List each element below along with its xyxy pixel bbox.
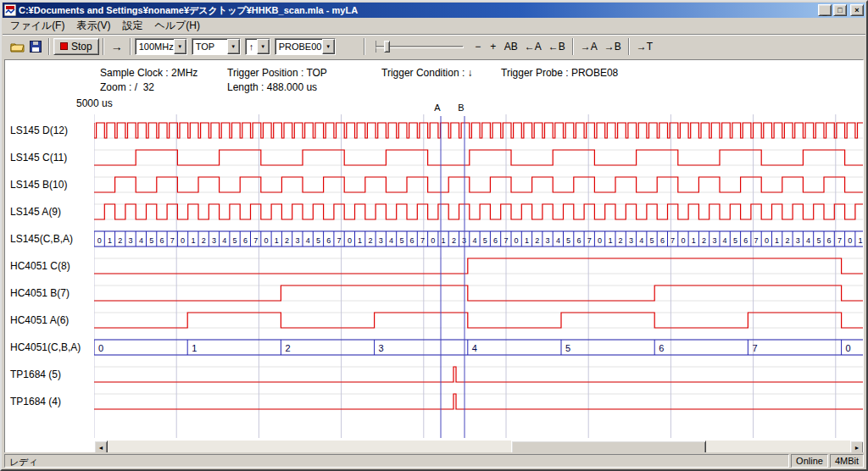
chevron-down-icon[interactable]: ▼ [174, 39, 186, 54]
toolbar-separator [572, 38, 574, 55]
toolbar-separator [130, 38, 131, 55]
svg-text:0: 0 [846, 343, 851, 353]
save-floppy-icon [30, 41, 42, 53]
probe-combo[interactable]: PROBE00 ▼ [275, 38, 336, 55]
svg-text:3: 3 [379, 236, 383, 245]
menu-help[interactable]: ヘルプ(H) [148, 17, 206, 35]
trigger-position-info: Trigger Position : TOP [227, 67, 327, 79]
svg-text:7: 7 [337, 236, 342, 245]
svg-text:5: 5 [399, 236, 403, 245]
svg-text:0: 0 [681, 236, 685, 245]
svg-text:A: A [434, 103, 441, 113]
svg-text:2: 2 [368, 236, 372, 245]
ab-span-button[interactable]: AB [501, 38, 521, 55]
svg-text:6: 6 [493, 236, 498, 245]
menu-view[interactable]: 表示(V) [70, 17, 116, 35]
minimize-icon: _ [822, 8, 826, 17]
waveform-plot[interactable]: 0123456701234567012345670123456701234567… [94, 101, 864, 440]
svg-text:6: 6 [660, 236, 665, 245]
svg-text:3: 3 [545, 236, 549, 245]
svg-text:2: 2 [202, 236, 206, 245]
goto-trigger-button[interactable]: →T [633, 38, 656, 55]
scroll-left-icon: ◄ [98, 445, 104, 451]
svg-text:0: 0 [848, 236, 852, 245]
svg-text:1: 1 [358, 236, 362, 245]
stop-button[interactable]: Stop [53, 38, 99, 55]
save-button[interactable] [26, 38, 45, 55]
svg-text:4: 4 [306, 236, 310, 245]
trigger-edge-combo[interactable]: ↑ ▼ [245, 38, 270, 55]
trigger-edge-value: ↑ [246, 39, 257, 54]
svg-text:1: 1 [859, 236, 863, 245]
svg-text:1: 1 [192, 343, 197, 353]
open-button[interactable] [8, 38, 26, 55]
chevron-down-icon[interactable]: ▼ [227, 39, 240, 54]
svg-text:4: 4 [556, 236, 560, 245]
zoom-info: Zoom : / 32 [100, 81, 154, 93]
channel-label: LS145 B(10) [10, 179, 67, 191]
svg-text:7: 7 [504, 236, 508, 245]
goto-marker-b-right-button[interactable]: →B [601, 38, 625, 55]
menu-settings[interactable]: 設定 [116, 17, 148, 35]
chevron-down-icon[interactable]: ▼ [322, 39, 335, 54]
app-window: C:¥Documents and Settings¥noname¥デスクトップ¥… [0, 0, 868, 471]
svg-text:1: 1 [191, 236, 195, 245]
svg-text:5: 5 [149, 236, 153, 245]
menu-file[interactable]: ファイル(F) [4, 17, 70, 35]
svg-text:1: 1 [775, 236, 779, 245]
svg-text:1: 1 [525, 236, 529, 245]
svg-text:0: 0 [98, 343, 103, 353]
sample-clock-combo[interactable]: 100MHz ▼ [135, 38, 187, 55]
channel-label: TP1684 (4) [10, 396, 61, 407]
toolbar-separator [364, 38, 365, 55]
channel-label: HC4051 C(8) [10, 260, 70, 272]
stop-label: Stop [71, 41, 92, 53]
svg-text:4: 4 [222, 236, 226, 245]
stop-icon [60, 42, 68, 50]
minimize-button[interactable]: _ [818, 4, 832, 16]
svg-text:6: 6 [159, 236, 164, 245]
goto-marker-a-left-button[interactable]: ←A [521, 38, 545, 55]
toolbar-separator [48, 38, 50, 55]
slider-handle[interactable] [384, 41, 390, 53]
svg-text:B: B [458, 103, 464, 113]
trigger-probe-info: Trigger Probe : PROBE08 [501, 67, 618, 79]
svg-text:2: 2 [452, 236, 456, 245]
svg-text:6: 6 [576, 236, 581, 245]
app-icon [4, 4, 16, 16]
close-button[interactable]: × [850, 4, 864, 16]
window-title: C:¥Documents and Settings¥noname¥デスクトップ¥… [19, 4, 815, 17]
svg-text:5: 5 [483, 236, 487, 245]
zoom-in-button[interactable]: + [486, 38, 501, 55]
svg-text:2: 2 [285, 343, 290, 353]
svg-text:0: 0 [264, 236, 268, 245]
svg-text:0: 0 [431, 236, 435, 245]
zoom-slider[interactable] [376, 38, 464, 55]
goto-marker-b-left-button[interactable]: ←B [545, 38, 569, 55]
svg-text:6: 6 [326, 236, 331, 245]
zoom-out-button[interactable]: − [470, 38, 486, 55]
close-icon: × [854, 6, 859, 14]
svg-text:7: 7 [170, 236, 175, 245]
svg-text:6: 6 [659, 343, 664, 353]
svg-text:6: 6 [410, 236, 415, 245]
svg-text:7: 7 [837, 236, 842, 245]
svg-text:3: 3 [212, 236, 216, 245]
channel-label: LS145 C(11) [10, 152, 67, 163]
svg-text:3: 3 [629, 236, 633, 245]
trigger-position-combo[interactable]: TOP ▼ [192, 38, 241, 55]
svg-text:0: 0 [348, 236, 352, 245]
svg-text:4: 4 [472, 343, 477, 353]
svg-text:7: 7 [670, 236, 675, 245]
statusbar: レディ Online 4MBit [3, 452, 865, 468]
channel-label: LS145 D(12) [10, 125, 68, 136]
svg-text:7: 7 [754, 236, 759, 245]
svg-text:5: 5 [233, 236, 237, 245]
scroll-right-icon: ► [854, 445, 860, 451]
goto-marker-a-right-button[interactable]: →A [577, 38, 601, 55]
chevron-down-icon[interactable]: ▼ [257, 39, 270, 54]
maximize-button[interactable]: □ [833, 4, 847, 16]
run-button[interactable]: → [108, 38, 126, 55]
svg-text:3: 3 [129, 236, 133, 245]
svg-text:4: 4 [139, 236, 143, 245]
